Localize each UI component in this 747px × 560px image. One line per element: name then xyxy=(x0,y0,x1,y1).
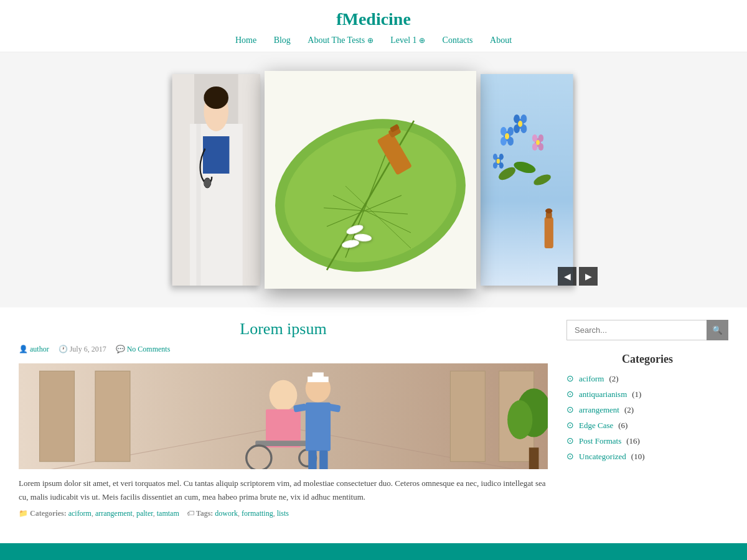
category-edge-case-count: (6) xyxy=(618,421,627,431)
slider-prev-button[interactable]: ◀ xyxy=(558,267,576,286)
category-bullet-icon: ⊙ xyxy=(566,404,574,415)
post-tags-label: 🏷 Tags: xyxy=(187,509,215,518)
slider-next-button[interactable]: ▶ xyxy=(579,267,598,286)
site-title: fMedicine xyxy=(0,9,747,29)
category-arrangement: ⊙ arrangement (2) xyxy=(566,404,728,415)
category-edge-case: ⊙ Edge Case (6) xyxy=(566,420,728,431)
slide-left xyxy=(172,74,260,286)
category-edge-case-link[interactable]: Edge Case xyxy=(579,421,613,431)
nav-level1[interactable]: Level 1 ⊕ xyxy=(390,35,425,45)
category-aciform-count: (2) xyxy=(609,374,618,384)
search-input[interactable] xyxy=(566,320,728,340)
nav-about-tests[interactable]: About The Tests ⊕ xyxy=(308,35,373,45)
post-cat-tamtam[interactable]: tamtam xyxy=(157,509,179,518)
category-antiquarianism-link[interactable]: antiquarianism xyxy=(579,390,627,399)
post-meta: 👤 author 🕐 July 6, 2017 💬 No Comments xyxy=(19,345,548,354)
category-uncategorized: ⊙ Uncategorized (10) xyxy=(566,451,728,462)
svg-rect-74 xyxy=(319,450,327,469)
sidebar: 🔍 Categories ⊙ aciform (2) ⊙ antiquarian… xyxy=(566,320,728,518)
slide-center xyxy=(265,71,476,289)
main-content: Lorem ipsum 👤 author 🕐 July 6, 2017 💬 No… xyxy=(19,320,548,518)
category-aciform-link[interactable]: aciform xyxy=(579,374,604,384)
categories-title: Categories xyxy=(566,353,728,366)
svg-rect-69 xyxy=(312,373,324,378)
comment-icon: 💬 xyxy=(116,345,125,353)
category-arrangement-link[interactable]: arrangement xyxy=(579,405,619,415)
slider-inner: ◀ ▶ xyxy=(140,65,607,295)
site-header: fMedicine Home Blog About The Tests ⊕ Le… xyxy=(0,0,747,52)
category-bullet-icon: ⊙ xyxy=(566,420,574,431)
post-tag-lists[interactable]: lists xyxy=(277,509,289,518)
doctor-image xyxy=(172,74,260,286)
date-icon: 🕐 xyxy=(59,345,68,353)
svg-rect-60 xyxy=(450,371,485,461)
category-antiquarianism: ⊙ antiquarianism (1) xyxy=(566,389,728,399)
category-bullet-icon: ⊙ xyxy=(566,389,574,399)
flowers-background xyxy=(481,74,573,286)
leaf-background xyxy=(265,71,476,289)
leaf-svg xyxy=(265,71,476,289)
post-author-meta: 👤 author xyxy=(19,345,49,354)
post-article: Lorem ipsum 👤 author 🕐 July 6, 2017 💬 No… xyxy=(19,320,548,518)
content-area: Lorem ipsum 👤 author 🕐 July 6, 2017 💬 No… xyxy=(0,307,747,531)
slider-container: ◀ ▶ xyxy=(0,52,747,307)
flowers-svg xyxy=(481,74,573,286)
post-cat-aciform[interactable]: aciform xyxy=(68,509,92,518)
main-nav: Home Blog About The Tests ⊕ Level 1 ⊕ Co… xyxy=(0,35,747,45)
sidebar-search: 🔍 xyxy=(566,320,728,340)
svg-point-62 xyxy=(270,380,298,411)
post-title: Lorem ipsum xyxy=(19,320,548,338)
svg-rect-58 xyxy=(40,371,75,461)
category-bullet-icon: ⊙ xyxy=(566,436,574,446)
category-uncategorized-link[interactable]: Uncategorized xyxy=(579,452,626,462)
post-footer: 📁 Categories: aciform, arrangement, palt… xyxy=(19,509,548,518)
categories-section: Categories ⊙ aciform (2) ⊙ antiquarianis… xyxy=(566,353,728,462)
post-date: July 6, 2017 xyxy=(70,345,106,353)
post-comments-link[interactable]: No Comments xyxy=(127,345,171,353)
slider-wrapper: ◀ ▶ xyxy=(140,65,607,295)
category-post-formats-link[interactable]: Post Formats xyxy=(579,436,621,446)
author-icon: 👤 xyxy=(19,345,28,353)
slide-right xyxy=(481,74,573,286)
site-footer: Pages Home Blog About Recent Posts Lorem… xyxy=(0,543,747,560)
category-post-formats: ⊙ Post Formats (16) xyxy=(566,436,728,446)
post-excerpt: Lorem ipsum dolor sit amet, et veri torq… xyxy=(19,477,548,504)
post-tag-formatting[interactable]: formatting xyxy=(242,509,273,518)
category-arrangement-count: (2) xyxy=(624,405,634,415)
post-categories-label: 📁 Categories: xyxy=(19,509,68,518)
svg-rect-70 xyxy=(306,403,331,451)
nav-blog[interactable]: Blog xyxy=(274,35,291,45)
post-tag-dowork[interactable]: dowork xyxy=(215,509,238,518)
post-author-link[interactable]: author xyxy=(30,345,49,353)
post-comments-meta: 💬 No Comments xyxy=(116,345,171,354)
category-aciform: ⊙ aciform (2) xyxy=(566,373,728,384)
post-date-meta: 🕐 July 6, 2017 xyxy=(59,345,106,354)
post-image-svg xyxy=(19,363,548,469)
category-bullet-icon: ⊙ xyxy=(566,373,574,384)
svg-rect-77 xyxy=(529,447,539,469)
category-bullet-icon: ⊙ xyxy=(566,451,574,462)
doctor-svg xyxy=(172,74,260,286)
post-cat-palter[interactable]: palter xyxy=(136,509,153,518)
dropdown-icon-level1: ⊕ xyxy=(419,36,425,45)
search-button[interactable]: 🔍 xyxy=(707,320,728,340)
title-main: Medicine xyxy=(342,9,410,29)
dropdown-icon-tests: ⊕ xyxy=(367,36,374,45)
nav-about[interactable]: About xyxy=(490,35,512,45)
nav-home[interactable]: Home xyxy=(235,35,256,45)
svg-rect-73 xyxy=(308,450,316,469)
post-featured-image xyxy=(19,363,548,469)
category-post-formats-count: (16) xyxy=(626,436,640,446)
category-antiquarianism-count: (1) xyxy=(632,390,641,399)
svg-rect-59 xyxy=(95,371,130,461)
post-cat-arrangement[interactable]: arrangement xyxy=(95,509,133,518)
slider-nav: ◀ ▶ xyxy=(558,267,598,286)
svg-point-76 xyxy=(507,400,532,439)
nav-contacts[interactable]: Contacts xyxy=(443,35,473,45)
category-uncategorized-count: (10) xyxy=(631,452,645,462)
